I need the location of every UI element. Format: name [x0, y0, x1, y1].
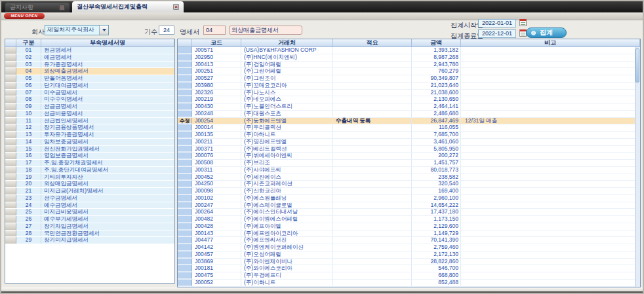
row-selector[interactable]: [5, 54, 16, 61]
client-row[interactable]: J04477(주)에프엔씨서진70,141,390: [178, 237, 635, 244]
row-selector[interactable]: [178, 251, 192, 258]
period-input[interactable]: 24: [159, 26, 174, 35]
row-selector[interactable]: [178, 83, 192, 89]
client-row[interactable]: J00135(주)마하니트7,685,700: [178, 132, 635, 139]
row-selector[interactable]: [178, 90, 192, 96]
client-row[interactable]: J00475(주)우경에프디668,800: [178, 272, 635, 280]
vertical-scrollbar[interactable]: [635, 47, 640, 287]
client-row[interactable]: J00181(주)와이에스코리아546,700: [178, 265, 635, 272]
row-selector[interactable]: [5, 111, 16, 117]
row-selector[interactable]: [5, 216, 16, 223]
client-row[interactable]: J00428(주)에프아이엘2,129,600: [178, 223, 635, 230]
statement-row[interactable]: 29장기미지급명세서: [5, 237, 174, 244]
row-selector[interactable]: [178, 216, 192, 223]
client-row[interactable]: J00076(주)뷔에세아이엔씨200,272: [178, 153, 635, 160]
row-selector[interactable]: [5, 209, 16, 215]
tab-notice[interactable]: 공지사항 ×: [5, 3, 70, 12]
aggregate-button[interactable]: 집계: [526, 28, 567, 38]
client-row[interactable]: J04142(주)엠엔케이코퍼레이션2,759,460: [178, 244, 635, 251]
statement-row[interactable]: 27장기차입금명세서: [5, 223, 174, 230]
row-selector[interactable]: [5, 230, 16, 237]
client-row[interactable]: J00052(주)이화니트852,488: [178, 280, 635, 287]
row-selector[interactable]: [178, 54, 192, 61]
client-row[interactable]: J00527(주)그린조이90,349,807: [178, 75, 635, 83]
row-selector[interactable]: [178, 153, 192, 159]
client-row[interactable]: J00211(주)명진에프엔엘3,461,060: [178, 139, 635, 146]
row-selector[interactable]: [5, 47, 16, 54]
row-selector[interactable]: [178, 75, 192, 82]
row-selector[interactable]: [5, 237, 16, 244]
row-selector[interactable]: [5, 139, 16, 145]
row-selector[interactable]: [5, 83, 16, 89]
row-selector[interactable]: [5, 160, 16, 166]
client-row[interactable]: J00102(주)에스원플래닝2,960,100: [178, 195, 635, 202]
client-row[interactable]: J00264(주)에이스인터내셔날17,437,180: [178, 209, 635, 216]
row-selector[interactable]: [178, 265, 192, 272]
row-selector[interactable]: [178, 103, 192, 110]
row-selector[interactable]: [178, 287, 192, 287]
client-row[interactable]: J04250(주)시즌코퍼레이션320,540: [178, 181, 635, 188]
menu-open-badge[interactable]: MENU OPEN: [4, 13, 45, 19]
row-selector[interactable]: [178, 202, 192, 209]
row-selector[interactable]: [5, 68, 16, 75]
client-row[interactable]: J00219(주)네오피에스2,130,650: [178, 96, 635, 103]
row-selector[interactable]: [178, 259, 192, 265]
row-selector[interactable]: [178, 280, 192, 286]
client-row[interactable]: J00014(주)두리콜렉션116,055: [178, 124, 635, 132]
client-row[interactable]: J00371(주)베리트컬렉션5,805,950: [178, 146, 635, 153]
row-selector[interactable]: [178, 146, 192, 153]
row-selector[interactable]: [5, 195, 16, 202]
row-selector[interactable]: 수정: [178, 118, 192, 124]
row-selector[interactable]: [178, 167, 192, 174]
client-row[interactable]: J03980(주)꼬매요코리아21,023,640: [178, 83, 635, 90]
row-selector[interactable]: [5, 153, 16, 159]
client-row[interactable]: J00248(주)대원스포츠2,486,680: [178, 111, 635, 118]
row-selector[interactable]: [5, 96, 16, 103]
row-selector[interactable]: [178, 132, 192, 138]
close-icon[interactable]: ×: [173, 4, 179, 10]
row-selector[interactable]: [178, 111, 192, 117]
client-row[interactable]: J00311(주)사야에프씨80,018,773: [178, 167, 635, 174]
chevron-down-icon[interactable]: [99, 26, 108, 35]
row-selector[interactable]: [5, 62, 16, 68]
row-selector[interactable]: [5, 167, 16, 174]
row-selector[interactable]: [178, 195, 192, 202]
row-selector[interactable]: [178, 68, 192, 75]
row-selector[interactable]: [178, 188, 192, 194]
client-row[interactable]: J00457(주)오성어패럴2,172,130: [178, 251, 635, 259]
sheet-name-field[interactable]: 외상매출금명세서: [229, 26, 302, 35]
row-selector[interactable]: [178, 96, 192, 103]
row-selector[interactable]: [5, 223, 16, 230]
row-selector[interactable]: [5, 188, 16, 194]
sheet-code-input[interactable]: 04: [203, 26, 226, 35]
client-row[interactable]: [178, 287, 635, 287]
end-date-input[interactable]: 2022-12-01: [478, 29, 516, 38]
client-row[interactable]: J00413(주)경일어패럴2,943,780: [178, 62, 635, 69]
row-selector[interactable]: [178, 181, 192, 187]
row-selector[interactable]: [5, 124, 16, 131]
client-row[interactable]: J02326(주)나노시스21,038,600: [178, 90, 635, 97]
tab-statement-report[interactable]: 결산부속명세서집계및출력 ×: [72, 1, 184, 12]
row-selector[interactable]: [178, 62, 192, 68]
row-selector[interactable]: [5, 103, 16, 110]
row-selector[interactable]: [178, 47, 192, 54]
row-selector[interactable]: [178, 160, 192, 166]
row-selector[interactable]: [5, 132, 16, 138]
client-row[interactable]: J02950(주)HNC(에이치엔씨)8,987,268: [178, 54, 635, 62]
statement-row[interactable]: 23선수금명세서: [5, 195, 174, 202]
statement-row[interactable]: 14임차보증금명세서: [5, 139, 174, 146]
client-row[interactable]: J00251(주)그린어패럴760,279: [178, 68, 635, 75]
client-row[interactable]: J00452(주)세진에이스238,582: [178, 174, 635, 181]
statement-row[interactable]: 02예금명세서: [5, 54, 174, 62]
client-row[interactable]: J00098(주)신한코리아169,400: [178, 188, 635, 195]
row-selector[interactable]: [5, 202, 16, 209]
client-row[interactable]: 수정J00254(주)동화에프엔엘수출내역 등록26,847,46912/31일…: [178, 118, 635, 125]
row-selector[interactable]: [5, 118, 16, 124]
calendar-icon[interactable]: [519, 19, 527, 26]
row-selector[interactable]: [178, 223, 192, 230]
row-selector[interactable]: [178, 124, 192, 131]
scrollbar-thumb[interactable]: [635, 48, 639, 83]
statement-row[interactable]: 18주.임.종단기대여금명세서: [5, 167, 174, 174]
company-select[interactable]: 제일처지주식회사: [45, 25, 109, 35]
client-row[interactable]: J00430(주)노블인더스트리2,464,141: [178, 103, 635, 111]
